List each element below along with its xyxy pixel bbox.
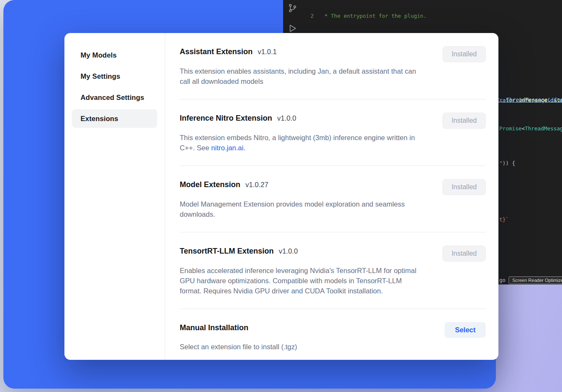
extension-version: v1.0.0 — [277, 113, 296, 124]
code-fragment: ")) { — [499, 160, 515, 166]
extension-title: Assistant Extension — [180, 46, 253, 57]
settings-sidebar: My Models My Settings Advanced Settings … — [64, 33, 165, 360]
sidebar-item-my-models[interactable]: My Models — [72, 46, 157, 64]
installed-button[interactable]: Installed — [442, 179, 486, 195]
installed-button[interactable]: Installed — [442, 113, 486, 129]
extension-version: v1.0.1 — [258, 46, 277, 57]
screen-reader-optimize-chip[interactable]: Screen Reader Optimize — [509, 276, 562, 284]
extension-block-tensorrt-llm: TensortRT-LLM Extension v1.0.0 Installed… — [180, 232, 486, 309]
extension-title: Inference Nitro Extension — [180, 113, 272, 124]
manual-installation-title: Manual Installation — [180, 322, 248, 333]
run-debug-icon[interactable] — [287, 23, 298, 33]
extension-description: This extension enables assistants, inclu… — [180, 66, 425, 86]
code-fragment: Promise<ThreadMessage> — [499, 125, 562, 132]
code-fragment: t}` — [499, 216, 509, 223]
extension-description: Enables accelerated inference leveraging… — [180, 265, 425, 296]
extension-block-model: Model Extension v1.0.27 Installed Model … — [180, 166, 486, 232]
installed-button[interactable]: Installed — [442, 246, 486, 262]
select-file-button[interactable]: Select — [445, 322, 486, 338]
line-number: 2 — [303, 13, 314, 20]
sidebar-item-advanced-settings[interactable]: Advanced Settings — [72, 88, 157, 107]
extensions-panel: Assistant Extension v1.0.1 Installed Thi… — [165, 33, 498, 360]
sidebar-item-extensions[interactable]: Extensions — [72, 109, 157, 128]
extension-block-inference-nitro: Inference Nitro Extension v1.0.0 Install… — [180, 99, 486, 166]
nitro-jan-ai-link[interactable]: nitro.jan.ai. — [211, 144, 245, 152]
editor-status-area: go Screen Reader Optimize — [499, 276, 562, 284]
extension-version: v1.0.0 — [279, 246, 298, 257]
installed-button[interactable]: Installed — [442, 46, 486, 62]
extension-title: Model Extension — [180, 179, 240, 190]
extension-title: TensortRT-LLM Extension — [180, 246, 274, 257]
code-fragment: rator.inference(data)); — [499, 97, 562, 103]
extension-description: Model Management Extension provides mode… — [180, 199, 425, 219]
extension-block-assistant: Assistant Extension v1.0.1 Installed Thi… — [180, 33, 486, 99]
extension-version: v1.0.27 — [245, 179, 268, 190]
sidebar-item-my-settings[interactable]: My Settings — [72, 67, 157, 86]
source-control-icon[interactable] — [287, 3, 298, 13]
status-left-text: go — [499, 277, 505, 283]
settings-modal: My Models My Settings Advanced Settings … — [64, 33, 498, 360]
manual-installation-block: Manual Installation Select Select an ext… — [180, 309, 486, 360]
extension-description: This extension embeds Nitro, a lightweig… — [180, 133, 425, 153]
manual-installation-description: Select an extension file to install (.tg… — [180, 342, 425, 352]
code-line: 2 * The entrypoint for the plugin. — [303, 13, 562, 20]
